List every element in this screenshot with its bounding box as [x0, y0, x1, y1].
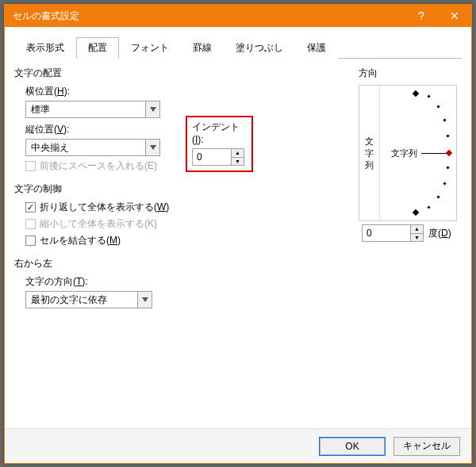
dial-dot-icon [443, 118, 446, 121]
dial-indicator-icon [446, 150, 452, 156]
help-button[interactable]: ? [405, 5, 438, 27]
titlebar[interactable]: セルの書式設定 ? ✕ [5, 5, 471, 27]
dial-indicator-line [421, 153, 447, 154]
orientation-group: 方向 文字列 文字列 [359, 67, 462, 318]
window-title: セルの書式設定 [13, 10, 405, 23]
tab-fill[interactable]: 塗りつぶし [224, 37, 295, 59]
format-cells-dialog: セルの書式設定 ? ✕ 表示形式 配置 フォント 罫線 塗りつぶし 保護 文字の… [4, 4, 472, 464]
cancel-button[interactable]: キャンセル [393, 437, 460, 456]
dial-text: 文字列 [391, 147, 417, 159]
vertical-text-button[interactable]: 文字列 [359, 86, 380, 220]
direction-value: 最初の文字に依存 [26, 293, 137, 307]
degree-label: 度(D) [428, 227, 451, 240]
horizontal-combo[interactable]: 標準 [25, 101, 160, 118]
indent-spinner[interactable]: 0 ▲▼ [192, 148, 244, 166]
degree-spinner[interactable]: 0 ▲▼ [362, 224, 424, 242]
horizontal-label: 横位置(H): [25, 85, 352, 98]
merge-checkbox[interactable]: セルを結合する(M) [25, 234, 352, 247]
button-bar: OK キャンセル [5, 428, 471, 463]
tab-number[interactable]: 表示形式 [14, 37, 76, 59]
spin-up-icon[interactable]: ▲ [411, 225, 423, 234]
indent-highlight: インデント(I): 0 ▲▼ [186, 116, 253, 172]
vertical-combo[interactable]: 中央揃え [25, 139, 160, 156]
indent-label: インデント(I): [192, 121, 247, 145]
vertical-text-label: 文 [365, 136, 374, 147]
dial-dot-icon [446, 166, 449, 169]
tab-protection[interactable]: 保護 [295, 37, 338, 59]
orientation-dial[interactable]: 文字列 [380, 86, 456, 220]
dial-dot-icon [446, 134, 449, 137]
wrap-checkbox[interactable]: 折り返して全体を表示する(W) [25, 201, 352, 214]
orientation-label: 方向 [359, 67, 462, 80]
text-alignment-label: 文字の配置 [14, 67, 352, 80]
dial-dot-icon [427, 205, 430, 209]
dial-dot-icon [436, 195, 440, 198]
tab-strip: 表示形式 配置 フォント 罫線 塗りつぶし 保護 [14, 36, 462, 59]
horizontal-value: 標準 [26, 103, 145, 117]
dial-dot-icon [436, 105, 440, 108]
vertical-value: 中央揃え [26, 141, 145, 155]
dial-dot-icon [427, 94, 430, 98]
chevron-down-icon [137, 292, 152, 308]
chevron-down-icon [145, 140, 159, 155]
indent-value: 0 [193, 149, 231, 165]
rtl-group: 右から左 文字の方向(T): 最初の文字に依存 [14, 257, 352, 308]
tab-border[interactable]: 罫線 [181, 37, 224, 59]
dialog-content: 表示形式 配置 フォント 罫線 塗りつぶし 保護 文字の配置 横位置(H): 標… [5, 27, 471, 428]
close-button[interactable]: ✕ [438, 5, 471, 27]
spin-up-icon[interactable]: ▲ [232, 149, 244, 158]
text-control-label: 文字の制御 [14, 182, 352, 196]
degree-value: 0 [363, 225, 410, 241]
spin-down-icon[interactable]: ▼ [411, 234, 423, 242]
direction-label: 文字の方向(T): [25, 275, 352, 289]
spin-down-icon[interactable]: ▼ [232, 158, 244, 166]
dial-dot-icon [413, 209, 419, 216]
dial-dot-icon [413, 90, 419, 97]
text-alignment-group: 文字の配置 横位置(H): 標準 縦位置(V): 中央揃え [14, 67, 352, 173]
ok-button[interactable]: OK [319, 437, 386, 456]
tab-font[interactable]: フォント [119, 37, 181, 59]
direction-combo[interactable]: 最初の文字に依存 [25, 291, 152, 308]
text-control-group: 文字の制御 折り返して全体を表示する(W) 縮小して全体を表示する(K) セルを… [14, 182, 352, 247]
shrink-checkbox: 縮小して全体を表示する(K) [25, 217, 352, 231]
tab-alignment[interactable]: 配置 [76, 37, 119, 59]
dial-dot-icon [443, 182, 446, 185]
chevron-down-icon [145, 101, 159, 117]
rtl-label: 右から左 [14, 257, 352, 270]
